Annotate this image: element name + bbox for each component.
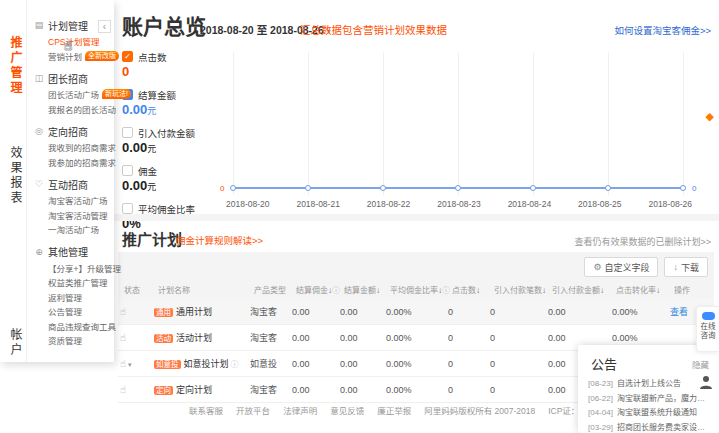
col-product-type: 产品类型 [254, 284, 296, 295]
feedback-diamond-icon[interactable]: ◆ [706, 110, 714, 123]
avg-commission-rate-checkbox[interactable] [122, 203, 133, 214]
view-link[interactable]: 查看 [670, 307, 688, 317]
deleted-plans-link[interactable]: 查看仍有效果数据的已删除计划>> [574, 235, 711, 248]
sort-desc-icon: ↓ [476, 286, 480, 295]
promoting-status-icon[interactable]: ☝ [120, 332, 126, 343]
footer-link-open-platform[interactable]: 开放平台 [236, 404, 270, 416]
footer-link-contact[interactable]: 联系客服 [189, 404, 223, 416]
col-settled-commission[interactable]: 结算佣金↓ⓘ [296, 284, 344, 295]
online-chat-widget[interactable]: 在线咨询 [696, 306, 719, 352]
sidebar-item-cps-plan[interactable]: CPS计划管理 [27, 34, 114, 49]
col-clicks[interactable]: 点击数↓ [452, 284, 494, 295]
chart-data-point[interactable] [305, 185, 311, 191]
sidebar-item-qualification-manage[interactable]: 资质管理 [27, 333, 114, 348]
promotion-plans-title: 推广计划 [122, 228, 182, 249]
col-intro-payment-count[interactable]: 引入付款笔数↓ [494, 284, 552, 295]
chart-x-label: 2018-08-20 [226, 199, 269, 209]
chart-data-point[interactable] [455, 185, 461, 191]
sidebar-group-other-management[interactable]: ⊕ 其他管理 [27, 243, 114, 261]
sidebar-group-targeted-recruit[interactable]: ◎ 定向招商 [27, 122, 114, 140]
sidebar-item-violation-query-tool[interactable]: 商品违规查询工具 [27, 319, 114, 334]
chart-data-point[interactable] [230, 185, 236, 191]
announcement-item[interactable]: [04-04]淘宝联盟系统升级通知 [588, 406, 711, 421]
announcement-item[interactable]: [06-22]淘宝联盟新产品，魔力投上线和... [588, 392, 711, 407]
chart-gridline [233, 52, 234, 195]
sidebar-item-my-leader-activities[interactable]: 我报名的团长活动 [27, 102, 114, 117]
sidebar-collapse-button[interactable]: ‹ [98, 20, 111, 33]
info-icon[interactable]: ⓘ [231, 360, 239, 369]
chart-data-point[interactable] [680, 185, 686, 191]
hide-announcement-link[interactable]: 隐藏 [692, 358, 709, 370]
new-version-badge: 全新改版 [85, 51, 119, 61]
rail-item-reports[interactable]: 效果报表 [7, 146, 24, 206]
announcement-item[interactable]: [08-23]自选计划上线公告 [588, 377, 711, 392]
sidebar-menu: ▤ 计划管理 CPS计划管理 营销计划 全新改版 ◫ 团长招商 团长活动广场 新… [27, 0, 114, 348]
chart-gridline [458, 52, 459, 195]
y-axis-right-label: 0 [692, 184, 696, 193]
sidebar-item-share-plus[interactable]: 【分享+】升级管理 [27, 261, 114, 276]
rail-item-promotion[interactable]: 推广管理 [7, 36, 24, 96]
customer-service-person-icon[interactable] [698, 374, 714, 390]
intro-payment-checkbox[interactable] [122, 127, 133, 138]
metric-clicks: ✓ 点击数 0 [122, 50, 230, 79]
rail-item-account[interactable]: 帐户 [7, 328, 24, 358]
heart-icon: ♡ [34, 179, 44, 189]
metric-checkbox-list: ✓ 点击数 0 ✓ 结算金额 0.00元 引入付款金额 0.00元 [122, 50, 230, 240]
clicks-checkbox[interactable]: ✓ [122, 51, 133, 62]
sidebar-item-marketing-plan[interactable]: 营销计划 全新改版 [27, 49, 114, 64]
promoting-status-icon[interactable]: ☝ [120, 306, 126, 317]
footer-link-feedback[interactable]: 意见反馈 [330, 404, 364, 416]
sidebar-item-taoke-activity-manage[interactable]: 淘宝客活动管理 [27, 208, 114, 223]
footer-link-report[interactable]: 廉正举报 [377, 404, 411, 416]
sort-desc-icon: ↓ [600, 286, 604, 295]
chart-data-point[interactable] [380, 185, 386, 191]
plans-table-header: ⚙ 自定义字段 ↓ 下载 状态 计划名称 产品类型 结算佣金↓ⓘ 结算金额↓ 平… [118, 252, 714, 299]
sidebar-item-rebate-manage[interactable]: 返利管理 [27, 290, 114, 305]
caret-down-icon[interactable]: ▾ [128, 361, 132, 368]
chart-plot [233, 52, 683, 195]
table-row-general-plan[interactable]: ☝ 通用通用计划 淘宝客 0.00 0.00 0.00% 0 0 0.00 0.… [118, 299, 714, 325]
chart-x-label: 2018-08-25 [578, 199, 621, 209]
plan-badge: 通用 [154, 308, 173, 317]
footer-link-legal[interactable]: 法律声明 [283, 404, 317, 416]
info-icon: ⓘ [332, 286, 340, 295]
footer-copyright: 阿里妈妈版权所有 2007-2018 [424, 404, 535, 416]
chart-data-point[interactable] [530, 185, 536, 191]
sidebar-item-rights-promotion[interactable]: 权益类推广管理 [27, 275, 114, 290]
custom-fields-button[interactable]: ⚙ 自定义字段 [584, 257, 658, 277]
chat-label: 在线咨询 [700, 322, 717, 340]
account-overview-page: 推广管理 效果报表 帐户 ▤ 计划管理 CPS计划管理 营销计划 全新改版 ◫ … [0, 0, 719, 433]
promoting-status-icon[interactable]: ☝ [120, 384, 126, 395]
commission-rules-link[interactable]: 佣金计算规则解读>> [176, 233, 263, 247]
sort-desc-icon: ↓ [376, 286, 380, 295]
sidebar-item-taoke-activity-plaza[interactable]: 淘宝客活动广场 [27, 193, 114, 208]
gear-icon: ⚙ [593, 262, 601, 272]
sidebar-item-announcement-manage[interactable]: 公告管理 [27, 304, 114, 319]
download-button[interactable]: ↓ 下载 [664, 257, 708, 277]
sidebar-item-etao-plaza[interactable]: 一淘活动广场 [27, 222, 114, 237]
commission-help-link[interactable]: 如何设置淘宝客佣金>> [614, 23, 711, 37]
announcement-item[interactable]: [03-29]招商团长服务费卖家设置教程 [588, 421, 711, 433]
sidebar-item-leader-plaza[interactable]: 团长活动广场 新玩法! [27, 87, 114, 102]
metric-value: 0 [122, 64, 230, 79]
sidebar-group-leader-recruit[interactable]: ◫ 团长招商 [27, 69, 114, 87]
metric-value: 0.00元 [122, 178, 230, 193]
col-settled-amount[interactable]: 结算金额↓ [344, 284, 390, 295]
col-avg-commission-rate[interactable]: 平均佣金比率↓ⓘ [390, 284, 452, 295]
metric-value: 0.00元 [122, 140, 230, 155]
promoting-status-icon[interactable]: ☝ [120, 358, 126, 369]
sidebar-item-received-requests[interactable]: 我收到的招商需求 [27, 140, 114, 155]
col-click-conversion[interactable]: 点击转化率↓ [616, 284, 674, 295]
sort-desc-icon: ↓ [542, 286, 546, 295]
col-plan-name: 计划名称 [158, 284, 254, 295]
sidebar-item-joined-requests[interactable]: 我参加的招商需求 [27, 155, 114, 170]
sidebar-group-interactive-recruit[interactable]: ♡ 互动招商 [27, 175, 114, 193]
plan-icon: ▤ [34, 20, 44, 30]
group-title: 互动招商 [48, 177, 88, 192]
page-title: 账户总览 [122, 10, 206, 40]
chart-data-point[interactable] [605, 185, 611, 191]
chart-x-label: 2018-08-24 [508, 199, 551, 209]
col-intro-payment-amount[interactable]: 引入付款金额↓ [552, 284, 616, 295]
target-icon: ◎ [34, 126, 44, 136]
commission-checkbox[interactable] [122, 165, 133, 176]
